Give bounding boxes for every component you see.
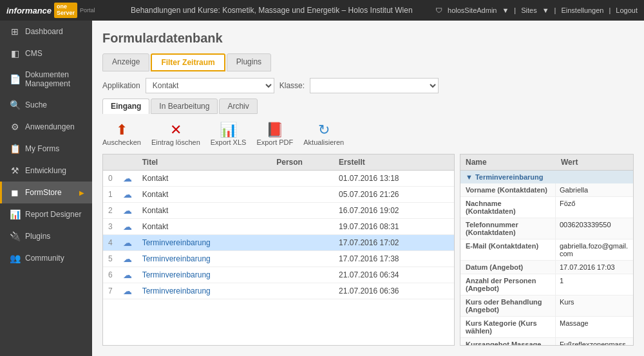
auschecken-icon: ⬆: [116, 123, 128, 137]
shield-icon: 🛡: [435, 6, 442, 14]
col-icon: [118, 155, 137, 171]
sidebar-item-plugins[interactable]: 🔌 Plugins: [0, 225, 92, 247]
sidebar-item-entwicklung[interactable]: ⚒ Entwicklung: [0, 160, 92, 182]
row-title: Kontakt: [137, 219, 272, 235]
rp-field-label: Datum (Angebot): [460, 261, 556, 274]
table-row[interactable]: 5 ☁ Terminvereinbarung 17.07.2016 17:38: [103, 251, 454, 267]
tab-anzeige[interactable]: Anzeige: [102, 53, 149, 71]
sidebar-item-community[interactable]: 👥 Community: [0, 247, 92, 269]
rp-field-label: Kurs Kategorie (Kurs wählen): [460, 317, 556, 337]
sidebar-item-cms[interactable]: ◧ CMS: [0, 42, 92, 64]
cloud-icon: ☁: [123, 221, 132, 232]
row-title: Kontakt: [137, 171, 272, 187]
sidebar-item-label: CMS: [25, 49, 43, 58]
rp-field-row: Kursangebot Massage (Kurs wählen) Fußref…: [460, 338, 633, 346]
applikation-label: Applikation: [102, 81, 140, 90]
sidebar-item-dokumente[interactable]: 📄 Dokumenten Management: [0, 64, 92, 94]
table-row[interactable]: 6 ☁ Terminvereinbarung 21.07.2016 06:34: [103, 267, 454, 283]
aktualisieren-icon: ↻: [318, 123, 330, 137]
community-icon: 👥: [10, 253, 20, 263]
table-row[interactable]: 3 ☁ Kontakt 19.07.2016 08:31: [103, 219, 454, 235]
toolbar: ⬆ Auschecken ✕ Eintrag löschen 📊 Export …: [102, 119, 634, 150]
loeschen-button[interactable]: ✕ Eintrag löschen: [151, 123, 200, 146]
rp-field-value: gabriella.fozo@gmail.com: [556, 239, 633, 260]
data-table-container: Titel Person Erstellt 0 ☁ Kontakt 01.07.…: [102, 154, 455, 346]
row-person: [271, 267, 334, 283]
sidebar-item-label: Entwicklung: [25, 166, 66, 175]
rp-field-label: Nachname (Kontaktdaten): [460, 197, 556, 218]
sidebar-item-dashboard[interactable]: ⊞ Dashboard: [0, 21, 92, 42]
sites-dropdown-icon[interactable]: ▼: [542, 6, 549, 14]
logo-area: informance oneServer Portal: [6, 3, 95, 18]
rp-field-value: 0036203339550: [556, 218, 633, 239]
cms-icon: ◧: [10, 48, 20, 59]
col-erstellt: Erstellt: [334, 155, 454, 171]
export-pdf-label: Export PDF: [256, 138, 293, 146]
klasse-label: Klasse:: [279, 81, 305, 90]
logout-button[interactable]: Logout: [616, 6, 638, 14]
export-xls-label: Export XLS: [211, 138, 247, 146]
rp-field-value: Kurs: [556, 295, 633, 316]
sidebar-item-suche[interactable]: 🔍 Suche: [0, 94, 92, 116]
row-icon: ☁: [118, 219, 137, 235]
table-row[interactable]: 2 ☁ Kontakt 16.07.2016 19:02: [103, 203, 454, 219]
rp-field-label: Kurs oder Behandlung (Angebot): [460, 295, 556, 316]
rp-fields: Vorname (Kontaktdaten) Gabriella Nachnam…: [460, 183, 633, 346]
row-title: Kontakt: [137, 203, 272, 219]
klasse-select[interactable]: [310, 78, 439, 93]
sidebar-item-formstore[interactable]: ◼ FormStore ▶: [0, 182, 92, 203]
user-dropdown-icon[interactable]: ▼: [502, 6, 509, 14]
sidebar-item-reportdesigner[interactable]: 📊 Report Designer: [0, 203, 92, 225]
myforms-icon: 📋: [10, 144, 20, 154]
export-xls-button[interactable]: 📊 Export XLS: [211, 123, 247, 146]
rp-field-label: Anzahl der Personen (Angebot): [460, 274, 556, 295]
aktualisieren-button[interactable]: ↻ Aktualisieren: [303, 123, 344, 146]
logo-informance: informance: [6, 6, 52, 15]
row-num: 5: [103, 251, 118, 267]
formstore-icon: ◼: [10, 187, 20, 198]
rp-field-value: 17.07.2016 17:03: [556, 261, 633, 274]
rp-field-row: Kurs oder Behandlung (Angebot) Kurs: [460, 295, 633, 317]
export-pdf-button[interactable]: 📕 Export PDF: [256, 123, 293, 146]
table-row[interactable]: 1 ☁ Kontakt 05.07.2016 21:26: [103, 187, 454, 203]
cloud-icon: ☁: [123, 173, 132, 183]
table-row[interactable]: 0 ☁ Kontakt 01.07.2016 13:18: [103, 171, 454, 187]
table-row[interactable]: 4 ☁ Terminvereinbarung 17.07.2016 17:02: [103, 235, 454, 251]
sub-tab-eingang[interactable]: Eingang: [102, 98, 149, 114]
row-created: 21.07.2016 06:36: [334, 283, 454, 299]
sidebar-item-label: Suche: [25, 100, 47, 109]
cloud-icon: ☁: [123, 205, 132, 216]
user-label[interactable]: holosSiteAdmin: [448, 6, 497, 14]
formstore-arrow: ▶: [79, 189, 84, 196]
sidebar-item-label: My Forms: [25, 144, 59, 153]
main-content: Formulardatenbank Anzeige Filter Zeitrau…: [92, 21, 644, 356]
row-person: [271, 203, 334, 219]
sidebar-item-myforms[interactable]: 📋 My Forms: [0, 138, 92, 160]
rp-field-value: 1: [556, 274, 633, 295]
rp-field-label: Kursangebot Massage (Kurs wählen): [460, 338, 556, 346]
auschecken-button[interactable]: ⬆ Auschecken: [102, 123, 141, 146]
sidebar-item-anwendungen[interactable]: ⚙ Anwendungen: [0, 116, 92, 138]
sub-tab-in-bearbeitung[interactable]: In Bearbeitung: [151, 98, 218, 114]
row-num: 2: [103, 203, 118, 219]
applikation-select[interactable]: Kontakt: [146, 78, 274, 93]
row-person: [271, 171, 334, 187]
tab-plugins[interactable]: Plugins: [227, 53, 271, 71]
rp-col-value: Wert: [556, 155, 633, 170]
sites-button[interactable]: Sites: [521, 6, 536, 14]
row-icon: ☁: [118, 235, 137, 251]
settings-button[interactable]: Einstellungen: [561, 6, 603, 14]
right-panel: Name Wert ▼ Terminvereinbarung Vorname (…: [460, 154, 634, 346]
row-person: [271, 187, 334, 203]
entwicklung-icon: ⚒: [10, 165, 20, 176]
row-icon: ☁: [118, 283, 137, 299]
rp-field-row: Kurs Kategorie (Kurs wählen) Massage: [460, 317, 633, 338]
dokumente-icon: 📄: [10, 74, 20, 84]
tab-filter-zeitraum[interactable]: Filter Zeitraum: [151, 53, 225, 71]
sub-tab-archiv[interactable]: Archiv: [219, 98, 257, 114]
rp-section-chevron: ▼: [466, 173, 473, 181]
table-row[interactable]: 7 ☁ Terminvereinbarung 21.07.2016 06:36: [103, 283, 454, 299]
sidebar: ⊞ Dashboard ◧ CMS 📄 Dokumenten Managemen…: [0, 21, 92, 356]
col-person: Person: [271, 155, 334, 171]
topbar-title: Behandlungen und Kurse: Kosmetik, Massag…: [113, 6, 430, 15]
